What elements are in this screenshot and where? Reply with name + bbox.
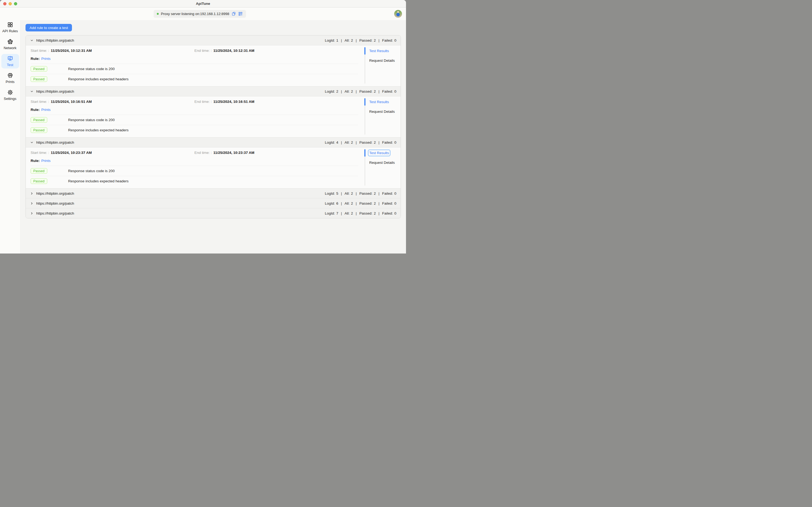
end-time-label: End time: : <box>194 48 212 53</box>
panel-stats: LogId:1 | All:2 | Passed:2 | Failed:0 <box>325 39 396 43</box>
stat-value: 0 <box>394 211 396 215</box>
stat-value: 2 <box>351 39 353 43</box>
stat-value: 2 <box>351 140 353 145</box>
sidebar-item-settings[interactable]: Settings <box>1 88 19 102</box>
test-row: Passed Response includes expected header… <box>31 125 358 135</box>
gear-icon <box>7 90 13 95</box>
stat-separator: | <box>379 39 380 43</box>
stat-label: Passed: <box>359 211 372 215</box>
stat-value: 2 <box>336 90 338 94</box>
chevron-down-icon <box>30 141 34 144</box>
stat-label: LogId: <box>325 202 335 206</box>
sidebar-item-network[interactable]: Network <box>1 37 19 52</box>
stat-value: 2 <box>351 211 353 215</box>
sidebar-item-label: Test <box>7 63 13 67</box>
sidebar-item-api-rules[interactable]: API Rules <box>1 20 19 35</box>
close-button[interactable] <box>3 2 6 5</box>
stat-label: Passed: <box>359 202 372 206</box>
tabs-ink-bar <box>364 98 365 106</box>
test-panel: https://httpbin.org/patch LogId:7 | All:… <box>26 208 401 218</box>
panel-stats: LogId:2 | All:2 | Passed:2 | Failed:0 <box>325 90 396 94</box>
stat-value: 2 <box>351 202 353 206</box>
tab-request-details[interactable]: Request Details <box>365 57 401 64</box>
stat-value: 0 <box>394 202 396 206</box>
stat-label: All: <box>345 211 350 215</box>
stat-label: Failed: <box>382 90 393 94</box>
stat-value: 4 <box>336 140 338 145</box>
test-name: Response includes expected headers <box>68 128 129 132</box>
stat-value: 0 <box>394 140 396 145</box>
traffic-lights <box>3 0 17 7</box>
detail-tabs: Test Results Request Details <box>365 97 401 137</box>
panel-url: https://httpbin.org/patch <box>36 191 325 195</box>
tab-test-results[interactable]: Test Results <box>365 149 401 157</box>
tab-request-details[interactable]: Request Details <box>365 159 401 166</box>
app-header: Proxy server listening on:192.168.1.12:8… <box>0 7 406 20</box>
sidebar-item-prints[interactable]: Prints <box>1 71 19 86</box>
test-row: Passed Response status code is 200 <box>31 115 358 125</box>
sidebar-item-label: Prints <box>6 80 14 84</box>
stat-label: All: <box>345 191 350 195</box>
stat-separator: | <box>341 202 342 206</box>
rule-link[interactable]: Prints <box>41 159 51 163</box>
zoom-button[interactable] <box>14 2 17 5</box>
tab-test-results[interactable]: Test Results <box>365 47 401 55</box>
tab-request-details[interactable]: Request Details <box>365 108 401 115</box>
panel-url: https://httpbin.org/patch <box>36 211 325 215</box>
stat-label: Failed: <box>382 191 393 195</box>
end-time-value: 11/25/2024, 10:12:31 AM <box>214 48 254 53</box>
test-panel: https://httpbin.org/patch LogId:2 | All:… <box>26 86 401 137</box>
window-title: ApiTune <box>196 2 210 6</box>
qr-code-icon[interactable] <box>238 11 243 16</box>
stat-label: LogId: <box>325 39 335 43</box>
stat-label: Failed: <box>382 202 393 206</box>
status-badge: Passed <box>31 76 47 82</box>
start-time-label: Start time: : <box>31 150 49 155</box>
grid-icon <box>7 22 13 27</box>
minimize-button[interactable] <box>9 2 12 5</box>
panel-header[interactable]: https://httpbin.org/patch LogId:2 | All:… <box>26 87 401 96</box>
status-badge: Passed <box>31 178 47 184</box>
test-name: Response status code is 200 <box>68 67 115 71</box>
stat-separator: | <box>341 90 342 94</box>
start-time-value: 11/25/2024, 10:23:37 AM <box>51 150 92 155</box>
test-name: Response includes expected headers <box>68 77 129 81</box>
stat-separator: | <box>356 202 357 206</box>
stat-value: 7 <box>336 211 338 215</box>
panel-header[interactable]: https://httpbin.org/patch LogId:5 | All:… <box>26 188 401 198</box>
copy-icon[interactable] <box>231 11 236 16</box>
status-badge: Passed <box>31 117 47 123</box>
chevron-right-icon <box>30 202 34 205</box>
rule-link[interactable]: Prints <box>41 108 51 112</box>
stat-label: LogId: <box>325 90 335 94</box>
stat-value: 5 <box>336 191 338 195</box>
pentagon-web-icon <box>7 39 13 45</box>
end-time-value: 11/25/2024, 10:23:37 AM <box>214 150 254 155</box>
test-results-table: Passed Response status code is 200 Passe… <box>31 115 358 135</box>
panel-header[interactable]: https://httpbin.org/patch LogId:6 | All:… <box>26 199 401 208</box>
sidebar-item-test[interactable]: Test <box>1 54 19 68</box>
panel-header[interactable]: https://httpbin.org/patch LogId:1 | All:… <box>26 36 401 45</box>
start-time-value: 11/25/2024, 10:12:31 AM <box>51 48 92 53</box>
stat-label: Passed: <box>359 39 372 43</box>
sidebar-item-label: API Rules <box>2 29 18 33</box>
panel-header[interactable]: https://httpbin.org/patch LogId:4 | All:… <box>26 137 401 147</box>
tab-test-results[interactable]: Test Results <box>365 98 401 106</box>
chevron-right-icon <box>30 192 34 195</box>
detail-tabs: Test Results Request Details <box>365 45 401 86</box>
test-row: Passed Response includes expected header… <box>31 74 358 84</box>
rule-label: Rule: <box>31 159 40 163</box>
stat-value: 1 <box>336 39 338 43</box>
panel-header[interactable]: https://httpbin.org/patch LogId:7 | All:… <box>26 208 401 218</box>
add-rule-button[interactable]: Add rule to create a test <box>25 24 72 32</box>
user-avatar[interactable] <box>394 10 402 18</box>
end-time-value: 11/25/2024, 10:16:51 AM <box>214 99 254 104</box>
stat-label: Passed: <box>359 140 372 145</box>
presentation-chart-icon <box>7 56 13 61</box>
start-time-value: 11/25/2024, 10:16:51 AM <box>51 99 92 104</box>
rule-link[interactable]: Prints <box>41 57 51 61</box>
stat-separator: | <box>379 140 380 145</box>
panel-url: https://httpbin.org/patch <box>36 202 325 206</box>
stat-separator: | <box>379 191 380 195</box>
sidebar-item-label: Settings <box>4 97 16 101</box>
